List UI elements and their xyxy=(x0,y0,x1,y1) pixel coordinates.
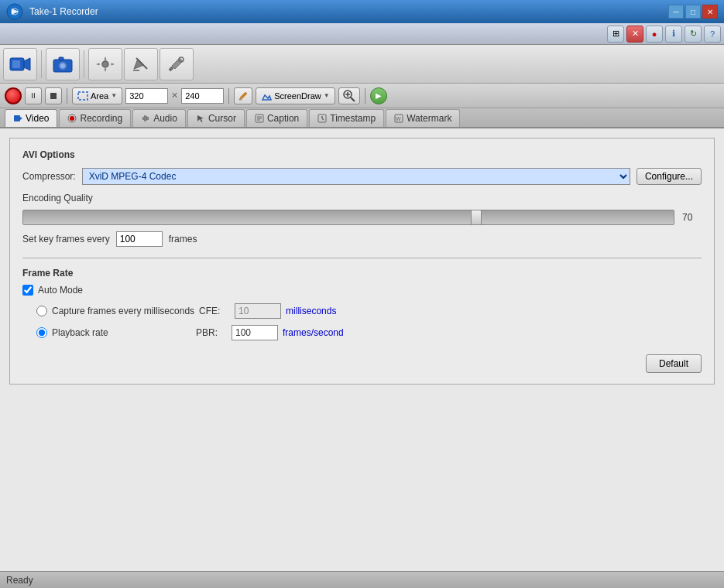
pbr-unit: frames/second xyxy=(283,327,344,338)
default-button[interactable]: Default xyxy=(646,354,702,373)
info-icon-btn[interactable]: ℹ xyxy=(665,26,682,43)
toolbar1-separator-1 xyxy=(41,50,42,78)
cursor-tab-icon xyxy=(196,114,205,123)
keyframes-unit: frames xyxy=(169,234,197,244)
tab-watermark-label: Watermark xyxy=(407,113,451,124)
toolbar2-sep3 xyxy=(365,88,365,104)
close-icon-btn[interactable]: ✕ xyxy=(626,26,643,43)
tab-recording[interactable]: Recording xyxy=(59,109,131,127)
svg-rect-14 xyxy=(50,93,57,99)
framerate-section: Frame Rate Auto Mode Capture frames ever… xyxy=(22,268,702,340)
height-input[interactable]: 240 xyxy=(181,88,224,104)
avi-options-title: AVI Options xyxy=(22,149,702,160)
tools-icon xyxy=(166,55,187,74)
titlebar: Take-1 Recorder ─ □ ✕ xyxy=(0,0,724,23)
cfe-unit: milliseconds xyxy=(286,306,336,316)
encoding-quality-label: Encoding Quality xyxy=(22,193,702,203)
record-icon-btn[interactable]: ● xyxy=(646,26,663,43)
tab-video-label: Video xyxy=(26,113,49,124)
cfe-label: CFE: xyxy=(199,306,230,316)
quality-row: 70 xyxy=(22,210,702,225)
timestamp-tab-icon xyxy=(317,114,327,123)
playback-rate-label: Playback rate xyxy=(52,327,191,338)
video-tool-button[interactable] xyxy=(3,48,37,80)
main-content: AVI Options Compressor: XviD MPEG-4 Code… xyxy=(0,128,724,588)
stop-button[interactable] xyxy=(45,87,62,104)
keyframes-label: Set key frames every xyxy=(22,234,110,244)
camera-tool-button[interactable] xyxy=(46,48,80,80)
screendraw-button[interactable]: ScreenDraw ▼ xyxy=(256,87,335,104)
maximize-button[interactable]: □ xyxy=(685,5,701,19)
video-tab-icon xyxy=(13,114,22,123)
toolbar2-sep1 xyxy=(67,88,67,104)
tools-tool-button[interactable] xyxy=(160,48,194,80)
svg-rect-15 xyxy=(78,92,87,100)
tab-timestamp-label: Timestamp xyxy=(330,113,376,124)
pencil-icon xyxy=(238,91,249,101)
tab-audio-label: Audio xyxy=(153,113,177,124)
zoom-icon xyxy=(342,89,356,103)
configure-button[interactable]: Configure... xyxy=(637,168,702,185)
tab-cursor-label: Cursor xyxy=(208,113,236,124)
auto-mode-checkbox[interactable] xyxy=(22,285,33,296)
tab-audio[interactable]: Audio xyxy=(132,109,186,127)
screendraw-arrow-icon: ▼ xyxy=(324,92,330,99)
audio-tab-icon xyxy=(141,114,150,123)
pencil-button[interactable] xyxy=(234,87,252,104)
status-text: Ready xyxy=(6,575,33,586)
svg-rect-4 xyxy=(12,60,20,68)
svg-point-7 xyxy=(60,63,65,68)
close-button[interactable]: ✕ xyxy=(702,5,718,19)
stop-icon xyxy=(50,92,57,100)
refresh-icon-btn[interactable]: ↻ xyxy=(685,26,702,43)
tab-video[interactable]: Video xyxy=(5,109,57,127)
capture-frames-radio[interactable] xyxy=(36,306,47,316)
help-icon-btn[interactable]: ? xyxy=(704,26,721,43)
keyframes-input[interactable] xyxy=(116,231,163,247)
playback-rate-radio[interactable] xyxy=(36,327,47,338)
pbr-input[interactable] xyxy=(232,325,278,340)
auto-mode-row: Auto Mode xyxy=(22,285,702,296)
statusbar: Ready xyxy=(0,571,724,588)
tab-recording-label: Recording xyxy=(80,113,122,124)
monitor-icon-btn[interactable]: ⊞ xyxy=(607,26,624,43)
compressor-select[interactable]: XviD MPEG-4 Codec xyxy=(82,168,630,185)
settings-tool-button[interactable] xyxy=(88,48,122,80)
svg-marker-22 xyxy=(20,117,22,120)
tab-cursor[interactable]: Cursor xyxy=(187,109,245,127)
encoding-section: Encoding Quality 70 Set key frames every… xyxy=(22,193,702,247)
area-button[interactable]: Area ▼ xyxy=(72,87,122,104)
zoom-button[interactable] xyxy=(338,87,360,104)
titlebar-controls: ─ □ ✕ xyxy=(668,5,718,19)
auto-mode-label: Auto Mode xyxy=(38,285,83,296)
minimize-button[interactable]: ─ xyxy=(668,5,684,19)
play-button[interactable]: ▶ xyxy=(370,87,387,104)
section-divider xyxy=(22,258,702,258)
svg-point-9 xyxy=(102,61,108,67)
tab-caption[interactable]: Caption xyxy=(246,109,307,127)
width-input[interactable]: 320 xyxy=(125,88,168,104)
tab-timestamp[interactable]: Timestamp xyxy=(309,109,384,127)
toolbar2: ⏸ Area ▼ 320 ✕ 240 ScreenDraw ▼ ▶ xyxy=(0,84,724,108)
caption-tab-icon xyxy=(255,114,264,123)
settings-icon xyxy=(94,55,116,74)
framerate-title: Frame Rate xyxy=(22,268,702,279)
cfe-input[interactable] xyxy=(235,303,281,319)
svg-point-24 xyxy=(70,116,74,121)
svg-marker-3 xyxy=(24,58,30,70)
record-button[interactable] xyxy=(5,87,22,104)
quality-value: 70 xyxy=(682,212,702,223)
edit-tool-button[interactable] xyxy=(124,48,158,80)
toolbar1 xyxy=(0,45,724,84)
tabbar: Video Recording Audio Cursor Caption Tim… xyxy=(0,108,724,128)
svg-line-31 xyxy=(322,118,324,120)
svg-line-18 xyxy=(351,97,355,101)
content-panel: AVI Options Compressor: XviD MPEG-4 Code… xyxy=(9,138,715,385)
pause-button[interactable]: ⏸ xyxy=(25,87,42,104)
top-icon-bar: ⊞ ✕ ● ℹ ↻ ? xyxy=(0,23,724,45)
app-title: Take-1 Recorder xyxy=(29,6,98,17)
quality-slider[interactable] xyxy=(22,210,674,225)
tab-watermark[interactable]: W Watermark xyxy=(386,109,460,127)
svg-rect-8 xyxy=(59,57,63,60)
screendraw-icon xyxy=(261,91,272,101)
